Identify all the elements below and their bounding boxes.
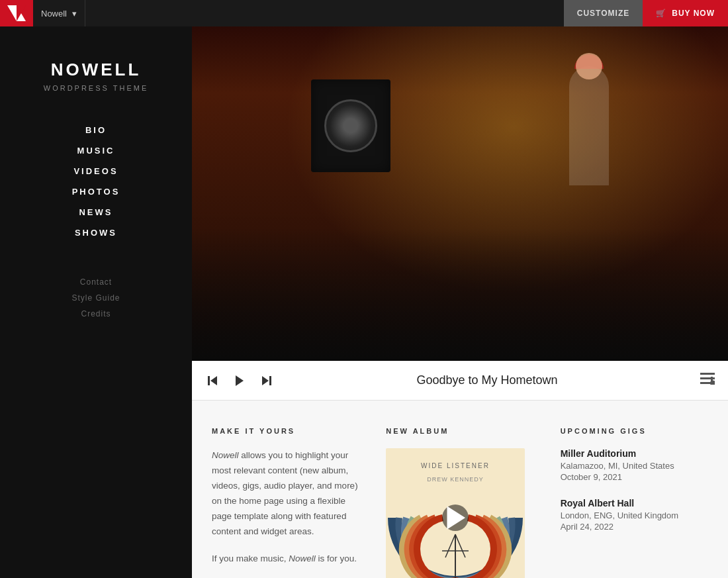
next-button[interactable] xyxy=(257,372,274,389)
svg-rect-5 xyxy=(269,376,271,385)
svg-text:DREW KENNEDY: DREW KENNEDY xyxy=(428,476,484,483)
playlist-icon[interactable] xyxy=(700,373,715,388)
buy-now-button[interactable]: 🛒 BUY NOW xyxy=(643,0,728,26)
hero-image xyxy=(192,26,728,361)
site-subtitle: WORDPRESS THEME xyxy=(44,84,148,92)
upcoming-gigs-section: UPCOMING GIGS Miller Auditorium Kalamazo… xyxy=(561,427,708,578)
logo xyxy=(0,0,33,26)
nowell-italic-2: Nowell xyxy=(289,554,316,563)
svg-marker-3 xyxy=(210,376,217,385)
svg-marker-19 xyxy=(447,506,466,530)
top-bar: Nowell ▾ CUSTOMIZE 🛒 BUY NOW xyxy=(0,0,728,26)
svg-text:WIDE LISTENER: WIDE LISTENER xyxy=(421,462,490,469)
customize-button[interactable]: CUSTOMIZE xyxy=(564,0,643,26)
svg-marker-4 xyxy=(236,375,244,386)
sidebar-item-style-guide[interactable]: Style Guide xyxy=(71,293,120,303)
gig-venue-2: Royal Albert Hall xyxy=(561,498,708,508)
make-it-yours-text: Nowell allows you to highlight your most… xyxy=(212,448,359,540)
gig-date-2: April 24, 2022 xyxy=(561,522,708,532)
nowell-italic-1: Nowell xyxy=(212,450,239,460)
upcoming-gigs-heading: UPCOMING GIGS xyxy=(561,427,708,435)
svg-rect-2 xyxy=(208,376,210,385)
make-it-yours-text2: If you make music, Nowell is for you. xyxy=(212,552,359,567)
make-it-yours-section: MAKE IT YOURS Nowell allows you to highl… xyxy=(212,427,359,578)
theme-name: Nowell xyxy=(41,9,67,19)
player-controls xyxy=(205,371,274,390)
main-nav: BIO MUSIC VIDEOS PHOTOS NEWS SHOWS xyxy=(72,125,120,238)
dropdown-arrow-icon: ▾ xyxy=(72,9,77,19)
gig-date-1: October 9, 2021 xyxy=(561,472,708,482)
track-title: Goodbye to My Hometown xyxy=(274,373,700,387)
theme-selector[interactable]: Nowell ▾ xyxy=(33,0,85,26)
svg-rect-11 xyxy=(711,377,713,383)
player-bar: Goodbye to My Hometown xyxy=(192,361,728,401)
gig-entry-2: Royal Albert Hall London, ENG, United Ki… xyxy=(561,498,708,532)
content-area: Goodbye to My Hometown MAKE IT YOURS Now… xyxy=(192,26,728,578)
sidebar-item-music[interactable]: MUSIC xyxy=(77,146,115,156)
secondary-nav: Contact Style Guide Credits xyxy=(71,277,120,318)
gig-location-2: London, ENG, United Kingdom xyxy=(561,510,708,520)
sections-row: MAKE IT YOURS Nowell allows you to highl… xyxy=(192,401,728,578)
svg-rect-7 xyxy=(700,373,715,375)
make-it-yours-heading: MAKE IT YOURS xyxy=(212,427,359,435)
sidebar-item-news[interactable]: NEWS xyxy=(79,207,113,217)
play-overlay[interactable] xyxy=(442,505,469,531)
sidebar: NOWELL WORDPRESS THEME BIO MUSIC VIDEOS … xyxy=(0,26,192,578)
main-wrapper: NOWELL WORDPRESS THEME BIO MUSIC VIDEOS … xyxy=(0,26,728,578)
prev-button[interactable] xyxy=(205,372,222,389)
cart-icon: 🛒 xyxy=(656,9,666,18)
svg-marker-6 xyxy=(262,376,269,385)
sidebar-item-shows[interactable]: SHOWS xyxy=(75,228,117,238)
sidebar-item-contact[interactable]: Contact xyxy=(80,277,112,287)
sidebar-item-videos[interactable]: VIDEOS xyxy=(73,166,118,176)
album-art[interactable]: WIDE LISTENER DREW KENNEDY xyxy=(386,448,525,578)
gig-location-1: Kalamazoo, MI, United States xyxy=(561,461,708,471)
sidebar-item-bio[interactable]: BIO xyxy=(85,125,107,135)
sidebar-item-photos[interactable]: PHOTOS xyxy=(72,187,120,197)
new-album-heading: NEW ALBUM xyxy=(386,427,533,435)
play-button[interactable] xyxy=(230,371,249,390)
make-it-yours-text-main: allows you to highlight your most releva… xyxy=(212,450,358,536)
gig-entry-1: Miller Auditorium Kalamazoo, MI, United … xyxy=(561,448,708,482)
sidebar-item-credits[interactable]: Credits xyxy=(81,309,111,318)
site-title: NOWELL xyxy=(51,60,142,80)
new-album-section: NEW ALBUM xyxy=(386,427,533,578)
gig-venue-1: Miller Auditorium xyxy=(561,448,708,459)
